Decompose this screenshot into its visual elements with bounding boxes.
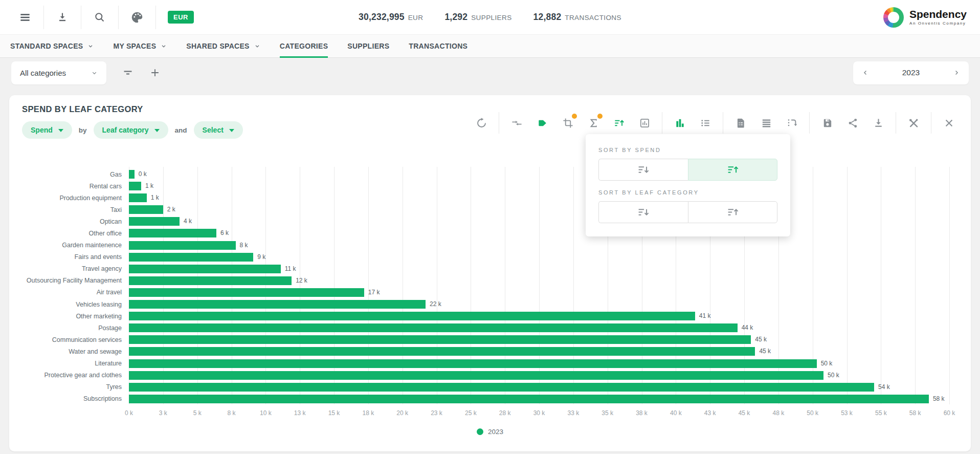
palette-icon[interactable] [125,11,149,24]
download-icon[interactable] [51,11,74,24]
tab-shared-spaces[interactable]: SHARED SPACES [186,35,260,57]
report-icon[interactable] [733,116,748,130]
bar-production-equipment[interactable] [129,193,147,202]
bar-gas[interactable] [129,170,135,179]
bar-vehicles-leasing[interactable] [129,300,426,309]
stat-value: 1,292 [444,12,467,23]
list-view-icon[interactable] [698,116,712,130]
bar-value-label: 50 k [821,359,833,368]
bar-rental-cars[interactable] [129,182,141,190]
bar-tyres[interactable] [129,383,874,392]
sigma-icon[interactable] [586,116,600,130]
bar-air-travel[interactable] [129,288,364,297]
bar-value-label: 4 k [184,217,192,226]
next-year-icon[interactable] [953,69,960,76]
prev-year-icon[interactable] [862,69,869,76]
bar-row: Literature50 k [21,359,949,368]
menu-icon[interactable] [13,11,37,24]
measure-select[interactable]: Spend [22,121,72,139]
bar-postage[interactable] [129,323,738,332]
spend-sort-group [598,159,777,181]
sort-by-category-label: SORT BY LEAF CATEGORY [598,189,777,196]
bar-outsourcing-facility-management[interactable] [129,276,292,285]
bar-travel-agency[interactable] [129,265,281,273]
spend-sort-ascending-button[interactable] [688,159,778,181]
x-tick-label: 35 k [602,409,613,417]
bar-value-label: 45 k [755,335,767,344]
sort-icon[interactable] [612,116,626,130]
category-sort-ascending-button[interactable] [688,201,778,223]
share-icon[interactable] [845,116,860,130]
download-icon[interactable] [871,116,885,130]
bar-other-office[interactable] [129,229,216,237]
x-tick-label: 53 k [841,409,853,417]
tab-standard-spaces[interactable]: STANDARD SPACES [10,35,94,57]
bar-protective-gear-and-clothes[interactable] [129,371,823,380]
dimension-select[interactable]: Leaf category [94,121,168,139]
currency-badge[interactable]: EUR [168,11,194,24]
topbar-icon-group: EUR [13,0,194,34]
bar-other-marketing[interactable] [129,312,695,320]
bar-garden-maintenence[interactable] [129,241,236,250]
bar-chart: Gas0 kRental cars1 kProduction equipment… [21,170,949,403]
bar-communication-services[interactable] [129,335,751,344]
stat-item: 30,232,995EUR [359,12,423,23]
category-label: Outsourcing Facility Management [21,277,129,284]
category-filter-value: All categories [20,69,66,77]
bar-track: 4 k [129,217,949,226]
tag-icon[interactable] [535,116,549,130]
bar-row: Air travel17 k [21,288,949,297]
category-sort-descending-button[interactable] [598,201,688,223]
category-label: Optican [21,218,129,225]
bar-value-label: 54 k [878,383,890,392]
bar-fairs-and-events[interactable] [129,253,253,262]
logo-name: Spendency [909,9,967,20]
bar-optican[interactable] [129,217,180,226]
bar-track: 8 k [129,241,949,250]
chart-settings-icon[interactable] [637,116,652,130]
category-label: Protective gear and clothes [21,372,129,379]
search-icon[interactable] [88,11,112,24]
refresh-icon[interactable] [474,116,488,130]
category-filter-select[interactable]: All categories [11,61,106,84]
bar-chart-icon[interactable] [673,116,687,130]
tab-my-spaces[interactable]: MY SPACES [113,35,167,57]
and-label: and [175,126,187,134]
bar-value-label: 0 k [139,170,147,179]
tab-label: CATEGORIES [280,42,328,50]
tab-suppliers[interactable]: SUPPLIERS [347,35,389,57]
gridline [949,167,950,404]
chart-controls: Spend by Leaf category and Select [22,121,243,139]
crop-icon[interactable] [561,116,575,130]
bar-row: Communication services45 k [21,335,949,344]
bar-taxi[interactable] [129,205,163,214]
tab-categories[interactable]: CATEGORIES [280,35,328,57]
filter-icon[interactable] [122,67,134,79]
tab-transactions[interactable]: TRANSACTIONS [409,35,467,57]
secondary-select[interactable]: Select [194,121,243,139]
bar-water-and-sewage[interactable] [129,347,755,356]
divider [118,6,119,29]
bar-literature[interactable] [129,359,817,368]
save-icon[interactable] [820,116,834,130]
close-icon[interactable] [942,116,956,130]
bar-value-label: 12 k [296,276,307,285]
table-rows-icon[interactable] [759,116,773,130]
category-label: Tyres [21,383,129,391]
bar-subscriptions[interactable] [129,395,929,403]
design-tools-icon[interactable] [906,116,921,130]
add-filter-icon[interactable] [149,67,161,78]
chevron-down-icon [87,43,94,49]
bar-row: Outsourcing Facility Management12 k [21,276,949,285]
category-label: Rental cars [21,183,129,190]
chevron-down-icon [91,70,98,76]
bar-track: 54 k [129,383,949,392]
measure-value: Spend [31,126,53,134]
divider [662,112,662,134]
bar-track: 50 k [129,371,949,380]
collapse-arrows-icon[interactable] [509,116,524,130]
bar-track: 45 k [129,335,949,344]
pivot-icon[interactable] [785,116,799,130]
spend-sort-descending-button[interactable] [598,159,688,181]
divider [723,112,723,134]
